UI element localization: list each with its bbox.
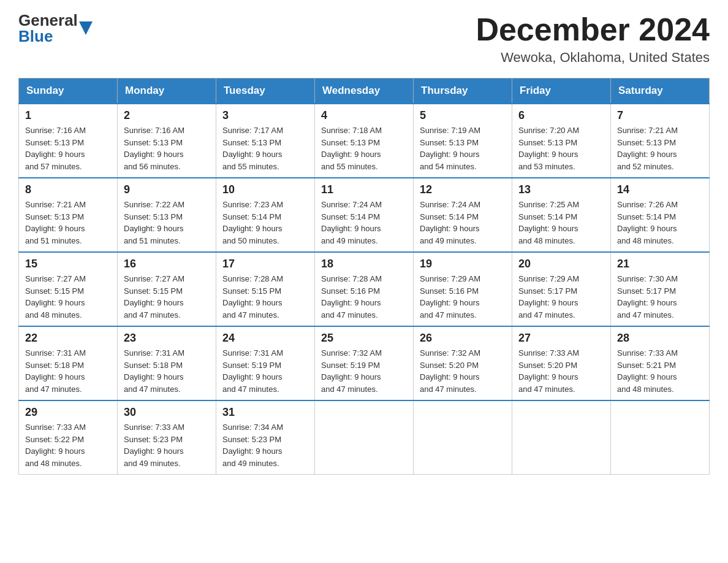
- day-info: Sunrise: 7:17 AM Sunset: 5:13 PM Dayligh…: [222, 124, 308, 172]
- calendar-cell: 6 Sunrise: 7:20 AM Sunset: 5:13 PM Dayli…: [512, 104, 611, 178]
- daylight-label: Daylight: 9 hours: [321, 372, 381, 381]
- daylight-label: Daylight: 9 hours: [321, 224, 381, 233]
- day-info: Sunrise: 7:31 AM Sunset: 5:19 PM Dayligh…: [222, 347, 308, 395]
- day-info: Sunrise: 7:31 AM Sunset: 5:18 PM Dayligh…: [124, 347, 210, 395]
- day-info: Sunrise: 7:21 AM Sunset: 5:13 PM Dayligh…: [25, 199, 111, 247]
- sunset-label: Sunset: 5:18 PM: [25, 361, 84, 370]
- calendar-cell: 7 Sunrise: 7:21 AM Sunset: 5:13 PM Dayli…: [611, 104, 710, 178]
- calendar-cell: 9 Sunrise: 7:22 AM Sunset: 5:13 PM Dayli…: [118, 178, 216, 252]
- daylight-label: Daylight: 9 hours: [25, 372, 85, 381]
- day-info: Sunrise: 7:20 AM Sunset: 5:13 PM Dayligh…: [518, 124, 604, 172]
- sunset-label: Sunset: 5:15 PM: [222, 286, 281, 296]
- daylight-label: Daylight: 9 hours: [25, 224, 85, 233]
- daylight-label: Daylight: 9 hours: [124, 446, 184, 456]
- sunrise-label: Sunrise: 7:27 AM: [124, 274, 184, 283]
- day-number: 12: [420, 183, 506, 196]
- calendar-cell: 5 Sunrise: 7:19 AM Sunset: 5:13 PM Dayli…: [414, 104, 512, 178]
- daylight-label: Daylight: 9 hours: [617, 224, 677, 233]
- sunset-label: Sunset: 5:14 PM: [321, 212, 380, 221]
- daylight-minutes: and 51 minutes.: [124, 236, 181, 245]
- sunrise-label: Sunrise: 7:29 AM: [518, 274, 579, 283]
- calendar-cell: [611, 400, 710, 475]
- day-info: Sunrise: 7:34 AM Sunset: 5:23 PM Dayligh…: [222, 421, 308, 469]
- daylight-label: Daylight: 9 hours: [420, 298, 480, 307]
- day-info: Sunrise: 7:30 AM Sunset: 5:17 PM Dayligh…: [617, 273, 703, 321]
- calendar-week-row: 29 Sunrise: 7:33 AM Sunset: 5:22 PM Dayl…: [19, 400, 710, 475]
- day-info: Sunrise: 7:19 AM Sunset: 5:13 PM Dayligh…: [420, 124, 506, 172]
- daylight-minutes: and 51 minutes.: [25, 236, 82, 245]
- day-number: 18: [321, 258, 407, 270]
- daylight-label: Daylight: 9 hours: [617, 298, 677, 307]
- daylight-label: Daylight: 9 hours: [25, 446, 85, 456]
- calendar-cell: 29 Sunrise: 7:33 AM Sunset: 5:22 PM Dayl…: [19, 400, 118, 475]
- daylight-minutes: and 47 minutes.: [321, 385, 378, 394]
- day-info: Sunrise: 7:33 AM Sunset: 5:21 PM Dayligh…: [617, 347, 703, 395]
- daylight-minutes: and 47 minutes.: [518, 310, 575, 320]
- sunrise-label: Sunrise: 7:29 AM: [420, 274, 480, 283]
- day-info: Sunrise: 7:28 AM Sunset: 5:16 PM Dayligh…: [321, 273, 407, 321]
- daylight-minutes: and 47 minutes.: [518, 385, 575, 394]
- svg-marker-0: [79, 21, 93, 35]
- calendar-table: SundayMondayTuesdayWednesdayThursdayFrid…: [18, 78, 710, 475]
- title-block: December 2024 Wewoka, Oklahoma, United S…: [476, 12, 710, 66]
- sunrise-label: Sunrise: 7:16 AM: [25, 126, 86, 135]
- sunset-label: Sunset: 5:13 PM: [617, 138, 676, 147]
- daylight-minutes: and 54 minutes.: [420, 162, 477, 171]
- sunrise-label: Sunrise: 7:27 AM: [25, 274, 86, 283]
- day-info: Sunrise: 7:24 AM Sunset: 5:14 PM Dayligh…: [321, 199, 407, 247]
- daylight-label: Daylight: 9 hours: [124, 150, 184, 159]
- daylight-minutes: and 53 minutes.: [518, 162, 575, 171]
- day-number: 29: [25, 406, 111, 419]
- daylight-label: Daylight: 9 hours: [518, 372, 578, 381]
- daylight-minutes: and 49 minutes.: [420, 236, 477, 245]
- sunrise-label: Sunrise: 7:33 AM: [518, 348, 579, 358]
- sunset-label: Sunset: 5:21 PM: [617, 361, 676, 370]
- calendar-cell: [315, 400, 414, 475]
- calendar-day-header: Thursday: [414, 79, 512, 104]
- calendar-cell: 13 Sunrise: 7:25 AM Sunset: 5:14 PM Dayl…: [512, 178, 611, 252]
- sunset-label: Sunset: 5:18 PM: [124, 361, 183, 370]
- sunset-label: Sunset: 5:22 PM: [25, 435, 84, 444]
- sunset-label: Sunset: 5:13 PM: [124, 212, 183, 221]
- sunset-label: Sunset: 5:14 PM: [617, 212, 676, 221]
- sunset-label: Sunset: 5:13 PM: [420, 138, 479, 147]
- daylight-label: Daylight: 9 hours: [222, 224, 282, 233]
- daylight-minutes: and 49 minutes.: [124, 459, 181, 468]
- calendar-week-row: 15 Sunrise: 7:27 AM Sunset: 5:15 PM Dayl…: [19, 252, 710, 326]
- sunrise-label: Sunrise: 7:31 AM: [124, 348, 184, 358]
- day-info: Sunrise: 7:31 AM Sunset: 5:18 PM Dayligh…: [25, 347, 111, 395]
- daylight-minutes: and 47 minutes.: [420, 310, 477, 320]
- logo: General Blue: [18, 12, 93, 44]
- calendar-cell: [512, 400, 611, 475]
- calendar-cell: 24 Sunrise: 7:31 AM Sunset: 5:19 PM Dayl…: [216, 326, 315, 400]
- daylight-label: Daylight: 9 hours: [25, 150, 85, 159]
- page-subtitle: Wewoka, Oklahoma, United States: [476, 50, 710, 66]
- day-number: 16: [124, 258, 210, 270]
- sunset-label: Sunset: 5:13 PM: [25, 138, 84, 147]
- sunrise-label: Sunrise: 7:28 AM: [321, 274, 382, 283]
- calendar-cell: 27 Sunrise: 7:33 AM Sunset: 5:20 PM Dayl…: [512, 326, 611, 400]
- sunrise-label: Sunrise: 7:32 AM: [420, 348, 480, 358]
- day-number: 1: [25, 109, 111, 122]
- day-number: 4: [321, 109, 407, 122]
- day-number: 2: [124, 109, 210, 122]
- calendar-cell: 1 Sunrise: 7:16 AM Sunset: 5:13 PM Dayli…: [19, 104, 118, 178]
- daylight-label: Daylight: 9 hours: [222, 372, 282, 381]
- sunrise-label: Sunrise: 7:20 AM: [518, 126, 579, 135]
- calendar-cell: 8 Sunrise: 7:21 AM Sunset: 5:13 PM Dayli…: [19, 178, 118, 252]
- day-info: Sunrise: 7:33 AM Sunset: 5:22 PM Dayligh…: [25, 421, 111, 469]
- logo-line1: General: [18, 12, 78, 28]
- day-number: 7: [617, 109, 703, 122]
- sunset-label: Sunset: 5:15 PM: [25, 286, 84, 296]
- day-number: 15: [25, 258, 111, 270]
- calendar-cell: 31 Sunrise: 7:34 AM Sunset: 5:23 PM Dayl…: [216, 400, 315, 475]
- day-number: 30: [124, 406, 210, 419]
- daylight-minutes: and 47 minutes.: [124, 310, 181, 320]
- day-number: 13: [518, 183, 604, 196]
- sunset-label: Sunset: 5:17 PM: [617, 286, 676, 296]
- daylight-label: Daylight: 9 hours: [420, 372, 480, 381]
- daylight-minutes: and 55 minutes.: [321, 162, 378, 171]
- calendar-week-row: 8 Sunrise: 7:21 AM Sunset: 5:13 PM Dayli…: [19, 178, 710, 252]
- calendar-cell: 16 Sunrise: 7:27 AM Sunset: 5:15 PM Dayl…: [118, 252, 216, 326]
- daylight-minutes: and 48 minutes.: [518, 236, 575, 245]
